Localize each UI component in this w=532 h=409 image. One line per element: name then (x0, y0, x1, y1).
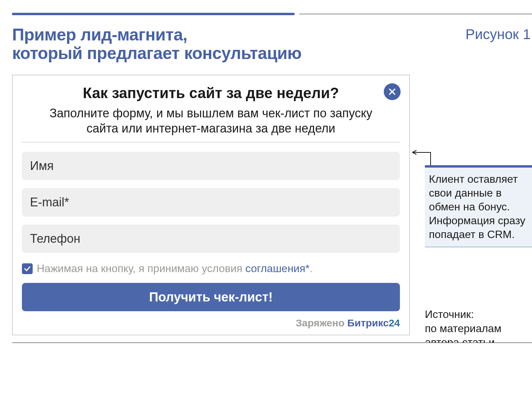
email-input[interactable] (22, 188, 400, 216)
consent-row: Нажимая на кнопку, я принимаю условия со… (22, 262, 400, 275)
name-input[interactable] (22, 152, 400, 180)
consent-text: Нажимая на кнопку, я принимаю условия со… (37, 262, 313, 275)
consent-checkbox[interactable] (22, 263, 33, 274)
consent-link[interactable]: соглашения (245, 262, 305, 274)
powered-by: Заряжено Битрикс24 (22, 317, 400, 329)
close-icon[interactable] (384, 83, 401, 100)
submit-button[interactable]: Получить чек-лист! (22, 283, 400, 311)
source-caption: Источник: по материалам автора статьи (425, 308, 501, 343)
page-title: Пример лид-магнита, который предлагает к… (12, 26, 302, 63)
form-title: Как запустить сайт за две недели? (22, 85, 400, 101)
annotation-note: Клиент оставляет свои данные в обмен на … (425, 165, 532, 247)
form-subtitle: Заполните форму, и мы вышлем вам чек-лис… (22, 106, 400, 142)
top-rule (12, 13, 532, 16)
phone-input[interactable] (22, 225, 400, 253)
lead-form-card: Как запустить сайт за две недели? Заполн… (12, 75, 410, 335)
figure-number: Рисунок 1 (466, 26, 532, 42)
